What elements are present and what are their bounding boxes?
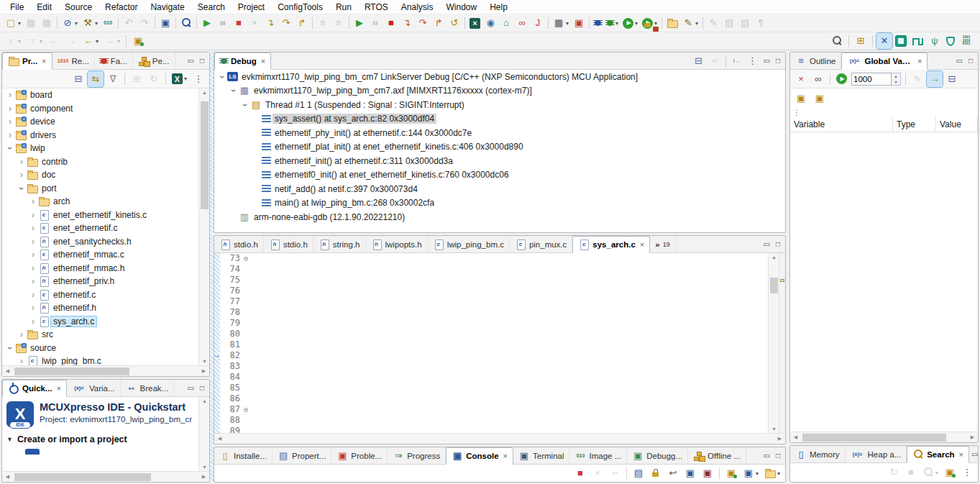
usb-perspective-button[interactable]: ψ [927,33,943,49]
expand-arrow-icon[interactable]: › [28,223,38,233]
fold-marker-icon[interactable]: ⊖ [242,404,250,415]
quickstart-vertical-scrollbar[interactable]: ▲ ▼ [198,397,209,471]
open-perspective-button[interactable]: ⊞ [853,33,869,49]
tab-progress[interactable]: ⇒Progress [388,447,446,464]
link-chain-button[interactable]: ∞ [514,15,530,31]
tab-pin-mux-c[interactable]: cpin_mux.c [510,236,572,252]
debug-node-sys-assert-at-sys-arch-c-82-0x3000df04[interactable]: sys_assert() at sys_arch.c:82 0x3000df04 [214,112,785,127]
tree-item-ethernetif-priv-h[interactable]: ›hethernetif_priv.h [2,275,198,288]
terminate-console-button[interactable]: ■ [572,465,588,481]
editor-horizontal-scrollbar[interactable]: ◀ ▶ [214,433,785,444]
tab-fa[interactable]: Fa... [95,52,133,69]
console-output-text[interactable]: evkmimxrt1170_lwip_ping_bm_cm7 LinkServe… [214,482,785,483]
close-icon[interactable]: × [959,450,963,459]
back-button[interactable]: ←▾ [81,33,101,49]
menu-rtos[interactable]: RTOS [359,1,394,14]
expand-arrow-icon[interactable]: › [28,196,38,206]
tree-item-drivers[interactable]: ›cdrivers [2,129,198,142]
close-icon[interactable]: × [261,57,265,65]
collapse-all-button[interactable]: ⊟ [70,71,86,87]
tab-propert[interactable]: ▤Propert... [273,447,331,464]
menu-window[interactable]: Window [441,1,483,14]
debug-node-ethernetif-plat-init-at-enet-ethernetif-kinetis-c-406-0x3000d890[interactable]: ethernetif_plat_init() at enet_etherneti… [214,140,785,155]
step-return-button[interactable]: ↱ [294,15,310,31]
tab-lwipopts-h[interactable]: hlwipopts.h [366,236,428,252]
expand-arrow-icon[interactable]: › [5,104,15,114]
flash-programmer-dropdown-icon[interactable]: ▾ [566,20,569,27]
new-project-icon[interactable] [25,449,40,455]
show-as-tree-button[interactable]: → [927,71,943,87]
binary-perspective-button[interactable]: 1001 1010 0101 [958,33,974,49]
maximize-icon[interactable]: □ [774,240,782,248]
search-button[interactable] [829,33,845,49]
expand-arrow-icon[interactable]: › [28,303,38,313]
explorer-vertical-scrollbar[interactable]: ▲ ▼ [198,88,209,365]
clear-console-button[interactable]: ▤ [631,465,646,481]
tab-re[interactable]: 1010Re... [52,52,95,69]
tab-overflow-button[interactable]: »19 [650,236,675,252]
expand-arrow-icon[interactable]: › [17,356,27,365]
expand-arrow-icon[interactable]: › [28,250,38,260]
x-variable-dropdown-icon[interactable]: ▾ [184,76,187,82]
display-console-button[interactable]: ▣▾ [741,465,761,481]
view-menu-dots-icon[interactable]: ⋮ [793,109,801,117]
tree-item-ethernetif-mmac-h[interactable]: ›hethernetif_mmac.h [2,262,198,275]
maximize-icon[interactable]: □ [966,57,975,65]
tree-item-enet-ethernetif-c[interactable]: ›cenet_ethernetif.c [2,222,198,235]
tree-item-ethernetif-h[interactable]: ›hethernetif.h [2,301,198,315]
close-icon[interactable]: × [503,452,508,460]
link-with-editor-button[interactable]: ⇆ [88,71,104,87]
focus-stack-button[interactable]: i→ [730,55,744,68]
tree-item-ethernetif-mmac-c[interactable]: ›cethernetif_mmac.c [2,248,198,262]
collapse-arrow-icon[interactable]: › [229,86,239,96]
menu-search[interactable]: Search [192,1,231,14]
paintbrush-dropdown-icon[interactable]: ▾ [695,20,698,27]
section-collapse-icon[interactable]: ▼ [6,436,13,443]
tree-item-enet-ethernetif-kinetis-c[interactable]: ›cenet_ethernetif_kinetis.c [2,209,198,222]
open-console-dropdown-icon[interactable]: ▾ [777,470,780,477]
add-globals-button[interactable]: ∞ [810,71,826,87]
tab-memory[interactable]: ▯Memory [790,446,846,462]
expand-arrow-icon[interactable]: › [5,90,15,100]
close-icon[interactable]: × [917,57,922,65]
step-return-all-button[interactable]: ↱ [431,15,447,31]
interval-spinner[interactable]: ▲▼ [892,73,901,86]
tab-outline[interactable]: ≡Outline [790,52,841,69]
debug-blue-button[interactable] [592,15,604,31]
flash-programmer-button[interactable]: ▦▾ [551,15,571,31]
stderr-monitor-button[interactable]: ▣ [700,465,715,481]
explorer-horizontal-scrollbar[interactable]: ◀ ▶ [2,365,209,376]
menu-help[interactable]: Help [484,1,513,14]
menu-file[interactable]: File [4,1,29,14]
maximize-icon[interactable]: □ [774,452,782,460]
debug-green-dropdown-icon[interactable]: ▾ [615,20,618,27]
tree-item-board[interactable]: ›cboard [2,88,198,102]
maximize-icon[interactable]: □ [774,57,782,65]
maximize-icon[interactable]: □ [198,57,206,65]
tree-item-lwip-ping-bm-c[interactable]: ›clwip_ping_bm.c [2,355,198,365]
editor-vertical-scrollbar[interactable]: ▲ ▼ [768,253,779,433]
word-wrap-button[interactable]: ↩ [665,465,681,481]
minimize-icon[interactable]: ▭ [761,57,772,65]
run-secure-button[interactable]: ▶▾ [640,15,659,31]
expand-arrow-icon[interactable]: › [28,290,38,300]
refresh-debug-button[interactable]: ↺ [447,15,462,31]
device-perspective-button[interactable] [894,33,908,49]
home-button[interactable]: ⌂ [498,15,514,31]
menu-run[interactable]: Run [330,1,357,14]
column-header-variable[interactable]: Variable [790,117,893,132]
pin-editor-button[interactable]: ▣ [130,33,146,49]
tab-search[interactable]: Search× [907,446,969,463]
close-icon[interactable]: × [640,240,644,249]
expand-arrow-icon[interactable]: › [28,263,38,273]
quickstart-horizontal-scrollbar[interactable]: ◀ ▶ [2,471,209,482]
debug-node-evkmimxrt1170-lwip-ping-bm-cm7-axf-mimxrt1176xxxxx-cortex-m7[interactable]: ›▦evkmimxrt1170_lwip_ping_bm_cm7.axf [MI… [214,84,785,99]
step-over-all-button[interactable]: ↷ [415,15,431,31]
new-watch-button[interactable]: ▣ [793,91,809,106]
tab-image[interactable]: 010Image ... [569,447,627,464]
fold-marker-icon[interactable]: ⊖ [242,253,250,264]
tab-debug[interactable]: Debug× [214,52,271,70]
pin-search-button[interactable]: ▣ [942,465,958,480]
tab-pe[interactable]: Pe... [133,52,175,69]
debug-node-ethernetif0-init-at-enet-ethernetif-kinetis-c-760-0x3000dc06[interactable]: ethernetif0_init() at enet_ethernetif_ki… [214,168,785,183]
